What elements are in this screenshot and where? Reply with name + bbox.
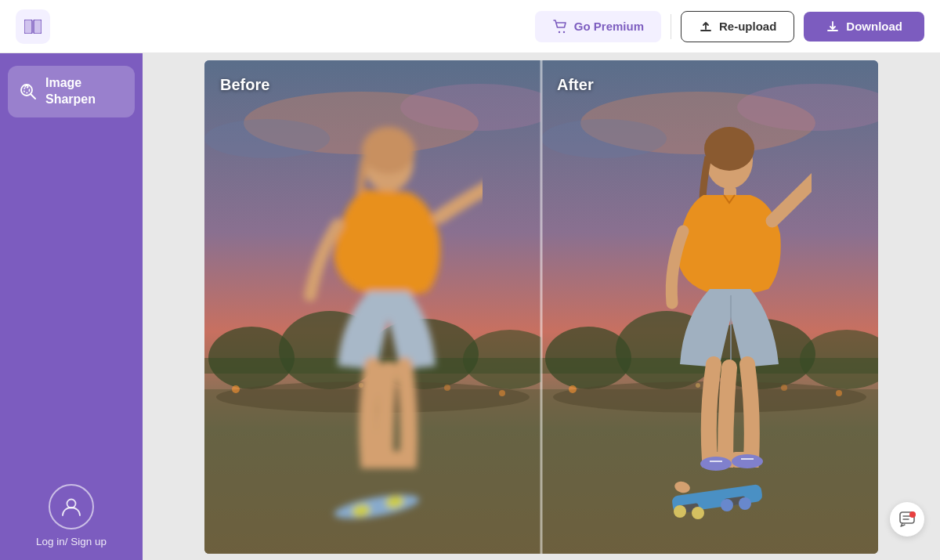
header-divider [671,14,671,39]
cart-icon [552,19,568,34]
svg-point-22 [499,390,505,396]
sidebar-item-label: Image Sharpen [45,75,96,108]
header-right: Go Premium Re-upload Download [535,11,924,42]
svg-point-64 [909,511,916,518]
header: Go Premium Re-upload Download [0,0,940,53]
svg-point-9 [67,500,75,508]
upload-icon [699,20,713,34]
svg-point-60 [674,479,692,494]
svg-point-57 [692,507,704,519]
svg-point-41 [569,385,577,393]
feedback-button[interactable] [890,502,924,537]
content-area: Before [143,53,940,560]
svg-point-7 [24,87,30,92]
svg-point-59 [739,497,751,510]
svg-point-58 [721,499,733,511]
image-sharpen-icon [19,82,38,101]
reupload-button[interactable]: Re-upload [681,11,794,42]
svg-point-42 [836,390,842,396]
svg-point-46 [704,127,754,171]
svg-rect-0 [24,20,32,34]
svg-point-50 [732,454,763,468]
before-panel: Before [204,60,541,554]
main-layout: Image Sharpen Log in/ Sign up [0,53,940,560]
reupload-label: Re-upload [719,20,776,33]
after-label: After [557,76,594,94]
svg-point-5 [563,31,565,32]
menu-icon [24,20,42,34]
after-person [608,99,812,554]
before-person [263,99,483,554]
user-avatar[interactable] [49,484,94,529]
feedback-icon [898,511,916,528]
svg-point-56 [674,505,686,518]
svg-point-49 [700,457,732,471]
sidebar-toggle-button[interactable] [16,9,50,44]
svg-point-21 [232,385,240,393]
go-premium-label: Go Premium [574,20,644,33]
login-signup-label[interactable]: Log in/ Sign up [36,536,107,547]
comparison-container: Before [204,60,878,554]
before-label: Before [220,76,269,94]
download-button[interactable]: Download [804,12,924,42]
sidebar-item-image-sharpen[interactable]: Image Sharpen [8,66,135,117]
svg-line-8 [31,94,35,99]
sidebar: Image Sharpen Log in/ Sign up [0,53,143,560]
svg-point-27 [333,490,421,523]
after-panel: After [541,60,878,554]
svg-point-4 [559,31,560,32]
user-icon [60,495,83,518]
download-label: Download [846,20,902,33]
svg-point-26 [362,127,415,174]
go-premium-button[interactable]: Go Premium [535,11,661,42]
svg-rect-1 [34,20,42,34]
download-icon [826,20,840,34]
panel-divider [540,60,543,554]
header-left [16,9,50,44]
sidebar-bottom: Log in/ Sign up [36,484,107,547]
